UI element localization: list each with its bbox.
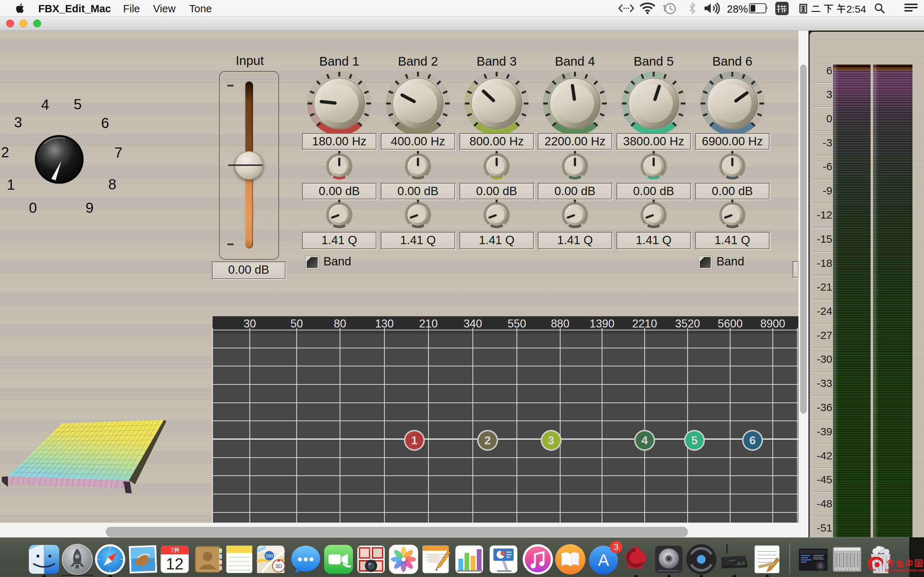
svg-text:A: A [598,551,609,569]
svg-text:12: 12 [166,555,184,573]
svg-text:3D: 3D [275,563,282,569]
svg-text:7: 7 [171,548,174,554]
svg-text:280: 280 [265,553,273,559]
